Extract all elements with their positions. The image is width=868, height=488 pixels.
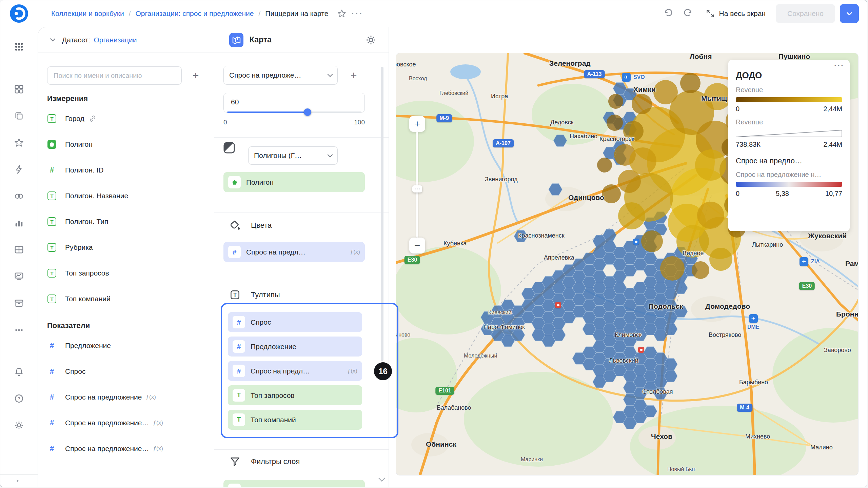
dataset-field[interactable]: #Спрос на предложение…ƒ(x) xyxy=(38,436,214,462)
gradient2-min: 0 xyxy=(736,190,739,198)
scrollbar-thumb[interactable] xyxy=(381,67,383,361)
datalens-logo[interactable] xyxy=(10,4,28,24)
collections-icon xyxy=(14,111,24,121)
size-min: 738,83К xyxy=(736,141,761,148)
gear-icon[interactable] xyxy=(365,34,377,46)
rail-item-collections[interactable] xyxy=(12,108,26,123)
rail-item-connections[interactable] xyxy=(12,189,26,204)
layer-filter-field-pill[interactable]: T xyxy=(223,480,365,487)
chevron-down-icon[interactable] xyxy=(50,36,56,42)
zoom-in-button[interactable]: + xyxy=(409,116,425,132)
geopolygon-field-pill[interactable]: Полигон xyxy=(223,172,365,192)
rail-nav xyxy=(12,82,26,338)
rail-item-dashboards[interactable] xyxy=(12,82,26,97)
scroll-more-chevron-icon[interactable] xyxy=(378,475,385,482)
rail-item-favorites[interactable] xyxy=(12,135,26,150)
dataset-field[interactable]: Полигон xyxy=(38,131,214,157)
rail-item-settings[interactable] xyxy=(12,418,26,433)
tooltips-section-title: Тултипы xyxy=(251,290,280,299)
rail-item-charts[interactable] xyxy=(12,216,26,230)
fullscreen-button[interactable]: На весь экран xyxy=(706,9,766,18)
undo-icon[interactable] xyxy=(661,6,676,21)
string-field-icon: T xyxy=(47,191,56,200)
dataset-field[interactable]: #Спрос на предложениеƒ(x) xyxy=(38,384,214,410)
field-label: Топ запросов xyxy=(251,391,295,400)
legend-layer2-title: Спрос на предло… xyxy=(736,157,842,165)
chart-panel-header: Карта xyxy=(214,27,389,53)
rail-item-services[interactable] xyxy=(12,296,26,311)
tooltip-field-pill[interactable]: #Спрос на предл…ƒ(x) xyxy=(228,361,362,381)
zoom-track[interactable] xyxy=(416,132,418,238)
editor-icon xyxy=(14,164,24,175)
favorite-star-icon[interactable] xyxy=(334,6,349,21)
field-label: Спрос на предложение… xyxy=(65,445,149,453)
dataset-field[interactable]: #Спрос на предложение…ƒ(x) xyxy=(38,410,214,436)
dataset-field[interactable]: TПолигон. Тип xyxy=(38,209,214,235)
map[interactable]: ровскоеВосходГлебовскийЗеленоградЛобняПу… xyxy=(396,53,859,475)
add-field-button[interactable]: + xyxy=(186,66,205,85)
rail-item-notifications[interactable] xyxy=(12,364,26,379)
help-icon xyxy=(14,393,24,404)
dataset-name-link[interactable]: Организации xyxy=(94,36,137,44)
geotype-select-value: Полигоны (Г… xyxy=(254,151,302,160)
opacity-control: 60 xyxy=(223,93,365,113)
dataset-field[interactable]: #Предложение xyxy=(38,333,214,359)
layer-select[interactable]: Спрос на предложе… xyxy=(223,66,338,85)
layer-select-value: Спрос на предложе… xyxy=(229,71,301,79)
dataset-field[interactable]: TПолигон. Название xyxy=(38,183,214,209)
colors-field-pill[interactable]: #Спрос на предл…ƒ(x) xyxy=(223,242,365,262)
color-gradient-bar xyxy=(736,97,842,102)
redo-icon[interactable] xyxy=(680,6,695,21)
panel-divider xyxy=(389,27,389,487)
saved-button[interactable]: Сохранено xyxy=(776,4,835,23)
tooltip-field-pill[interactable]: #Предложение xyxy=(228,337,362,357)
apps-grid-icon[interactable] xyxy=(14,42,24,53)
measure-icon: # xyxy=(47,341,56,350)
tooltip-field-pill[interactable]: #Спрос xyxy=(228,312,362,332)
dataset-field[interactable]: #Спрос xyxy=(38,359,214,384)
dataset-field[interactable]: TТоп запросов xyxy=(38,260,214,286)
field-label: Спрос на предл… xyxy=(246,248,305,256)
rail-item-help[interactable] xyxy=(12,391,26,406)
rail-item-datasets[interactable] xyxy=(12,242,26,257)
dataset-field[interactable]: TГород xyxy=(38,106,214,131)
chart-type-title: Карта xyxy=(250,35,272,44)
dataset-field[interactable]: TТоп компаний xyxy=(38,286,214,312)
legend-more-icon[interactable]: ··· xyxy=(834,61,844,70)
topbar: Коллекции и воркбуки/Организации: спрос … xyxy=(0,0,867,27)
collapse-icon[interactable] xyxy=(15,478,21,484)
chevron-down-icon xyxy=(328,72,333,77)
rail-item-editor[interactable] xyxy=(12,162,26,177)
section-title: Показатели xyxy=(47,321,214,330)
fullscreen-icon xyxy=(706,9,715,18)
string-field-icon: T xyxy=(47,114,56,123)
geopolygon-field-icon xyxy=(228,176,241,188)
breadcrumb-item[interactable]: Организации: спрос и предложение xyxy=(135,9,254,18)
search-input[interactable] xyxy=(47,66,182,85)
tooltip-field-pill[interactable]: TТоп запросов xyxy=(228,385,362,405)
breadcrumb: Коллекции и воркбуки/Организации: спрос … xyxy=(51,9,328,18)
dataset-label: Датасет: xyxy=(62,36,90,44)
zoom-out-button[interactable]: − xyxy=(409,238,425,253)
datasets-icon xyxy=(14,245,24,255)
rail-item-monitoring[interactable] xyxy=(12,269,26,284)
chart-settings-panel: Карта Спрос на предложе… + 60 0 100 Поли… xyxy=(214,27,389,487)
breadcrumb-item[interactable]: Коллекции и воркбуки xyxy=(51,9,124,18)
chevron-down-icon xyxy=(328,152,333,157)
more-menu-icon[interactable]: ··· xyxy=(351,8,363,19)
measure-icon: # xyxy=(47,393,56,402)
measure-icon: # xyxy=(47,367,56,376)
dataset-field[interactable]: TРубрика xyxy=(38,235,214,260)
gradient2-max: 10,77 xyxy=(825,190,842,198)
tooltip-field-pill[interactable]: TТоп компаний xyxy=(228,410,362,430)
chevron-down-icon xyxy=(844,8,854,19)
dataset-field[interactable]: #Полигон. ID xyxy=(38,157,214,183)
gradient-max: 2,44M xyxy=(823,105,842,113)
rail-item-more[interactable] xyxy=(12,323,26,338)
add-layer-button[interactable]: + xyxy=(344,66,363,84)
zoom-slider-handle[interactable] xyxy=(412,185,422,192)
opacity-slider[interactable] xyxy=(227,111,361,113)
opacity-slider-knob[interactable] xyxy=(304,108,311,116)
geotype-select[interactable]: Полигоны (Г… xyxy=(248,146,338,165)
save-dropdown-button[interactable] xyxy=(840,4,859,23)
